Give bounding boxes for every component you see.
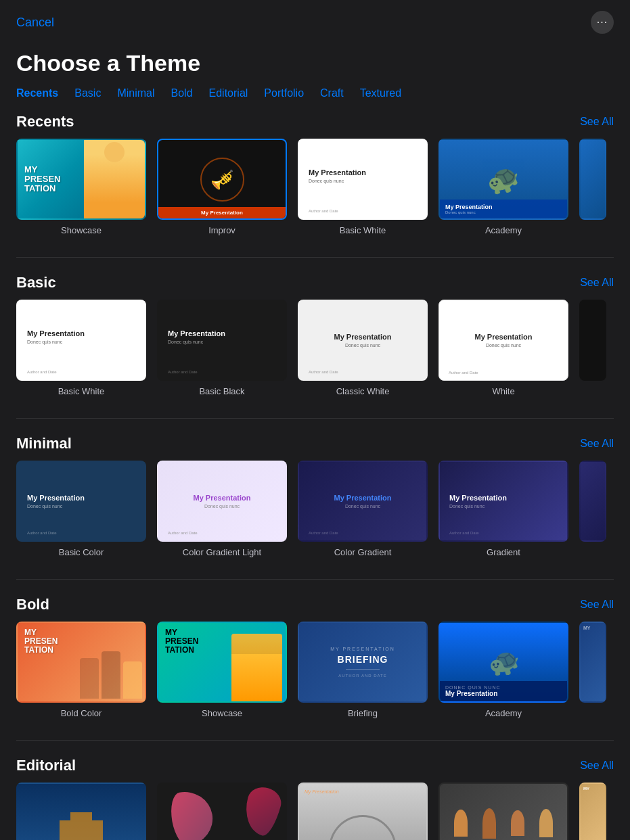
minimal-cards-row: My Presentation Donec quis nunc Author a… — [0, 461, 630, 557]
card-basic-white-recents-label: Basic White — [298, 225, 428, 235]
card-editorial-3[interactable]: My Presentation Lorem ipsum My Presentat… — [298, 783, 428, 840]
section-editorial-title: Editorial — [16, 757, 76, 774]
more-button[interactable]: ··· — [591, 11, 614, 34]
section-bold-header: Bold See All — [0, 596, 630, 622]
section-minimal: Minimal See All My Presentation Donec qu… — [0, 435, 630, 557]
basic-cards-row: My Presentation Donec quis nunc Author a… — [0, 300, 630, 396]
tab-textured[interactable]: Textured — [360, 87, 401, 99]
card-bold-color-label: Bold Color — [16, 708, 146, 718]
nav-tabs: Recents Basic Minimal Bold Editorial Por… — [0, 87, 630, 113]
card-classic-white-label: Classic White — [298, 386, 428, 396]
card-editorial-2[interactable]: My Presentation My Presentation — [157, 783, 287, 840]
card-partial-minimal[interactable] — [579, 461, 606, 557]
tab-basic[interactable]: Basic — [74, 87, 101, 99]
card-academy-bold[interactable]: 🐢 Donec quis nunc My Presentation Academ… — [438, 622, 568, 718]
card-showcase-bold-label: Showcase — [157, 708, 287, 718]
card-white[interactable]: My Presentation Donec quis nunc Author a… — [438, 300, 568, 396]
bold-cards-row: MYPRESENTATION Bold Color MYPRESENTATION… — [0, 622, 630, 718]
tab-craft[interactable]: Craft — [320, 87, 344, 99]
card-briefing-label: Briefing — [298, 708, 428, 718]
section-minimal-title: Minimal — [16, 435, 72, 452]
section-recents-header: Recents See All — [0, 113, 630, 139]
card-briefing[interactable]: MY PRESENTATION BRIEFING Author and Date… — [298, 622, 428, 718]
card-basic-color-label: Basic Color — [16, 547, 146, 557]
header: Cancel ··· — [0, 0, 630, 45]
card-partial-basic[interactable] — [579, 300, 606, 396]
card-showcase[interactable]: MYPRESENTATION Showcase — [16, 139, 146, 235]
card-basic-black-label: Basic Black — [157, 386, 287, 396]
bold-see-all-button[interactable]: See All — [580, 599, 614, 611]
divider-recents-basic — [16, 257, 614, 258]
tab-editorial[interactable]: Editorial — [209, 87, 248, 99]
tab-recents[interactable]: Recents — [16, 87, 58, 99]
card-partial-bold[interactable]: MY — [579, 622, 606, 718]
recents-cards-row: MYPRESENTATION Showcase 🎺 — [0, 139, 630, 235]
tab-portfolio[interactable]: Portfolio — [264, 87, 304, 99]
cancel-button[interactable]: Cancel — [16, 16, 54, 30]
tab-minimal[interactable]: Minimal — [117, 87, 154, 99]
section-bold: Bold See All MYPRESENTATION Bold Color M… — [0, 596, 630, 718]
card-showcase-label: Showcase — [16, 225, 146, 235]
page-title: Choose a Theme — [0, 45, 630, 87]
divider-minimal-bold — [16, 579, 614, 580]
section-bold-title: Bold — [16, 596, 49, 613]
section-recents: Recents See All MYPRESENTATION Showcase — [0, 113, 630, 235]
card-partial-editorial[interactable]: MY — [579, 783, 606, 840]
card-color-gradient-light[interactable]: My Presentation Donec quis nunc Author a… — [157, 461, 287, 557]
basic-see-all-button[interactable]: See All — [580, 277, 614, 289]
card-gradient-label: Gradient — [438, 547, 568, 557]
card-basic-black[interactable]: My Presentation Donec quis nunc Author a… — [157, 300, 287, 396]
card-showcase-bold[interactable]: MYPRESENTATION Showcase — [157, 622, 287, 718]
section-editorial: Editorial See All My Presentation Donec … — [0, 757, 630, 840]
card-color-gradient[interactable]: My Presentation Donec quis nunc Author a… — [298, 461, 428, 557]
card-editorial-1[interactable]: My Presentation Donec quis nunc My Prese… — [16, 783, 146, 840]
card-basic-white[interactable]: My Presentation Donec quis nunc Author a… — [16, 300, 146, 396]
divider-basic-minimal — [16, 418, 614, 419]
section-minimal-header: Minimal See All — [0, 435, 630, 461]
card-color-gradient-light-label: Color Gradient Light — [157, 547, 287, 557]
minimal-see-all-button[interactable]: See All — [580, 438, 614, 450]
card-academy-recents-label: Academy — [438, 225, 568, 235]
card-basic-white-recents[interactable]: My Presentation Donec quis nunc Author a… — [298, 139, 428, 235]
card-bold-color[interactable]: MYPRESENTATION Bold Color — [16, 622, 146, 718]
card-white-label: White — [438, 386, 568, 396]
card-basic-white-label: Basic White — [16, 386, 146, 396]
card-improv-label: Improv — [157, 225, 287, 235]
card-editorial-4[interactable]: My Presentation My Presentation — [438, 783, 568, 840]
card-classic-white[interactable]: My Presentation Donec quis nunc Author a… — [298, 300, 428, 396]
card-gradient[interactable]: My Presentation Donec quis nunc Author a… — [438, 461, 568, 557]
card-basic-color[interactable]: My Presentation Donec quis nunc Author a… — [16, 461, 146, 557]
editorial-cards-row: My Presentation Donec quis nunc My Prese… — [0, 783, 630, 840]
tab-bold[interactable]: Bold — [171, 87, 193, 99]
card-academy-recents[interactable]: 🐢 My Presentation Donec quis nunc Academ… — [438, 139, 568, 235]
section-basic-header: Basic See All — [0, 274, 630, 300]
card-color-gradient-label: Color Gradient — [298, 547, 428, 557]
section-editorial-header: Editorial See All — [0, 757, 630, 783]
card-improv[interactable]: 🎺 My Presentation Improv — [157, 139, 287, 235]
card-partial-recents[interactable] — [579, 139, 606, 235]
section-basic-title: Basic — [16, 274, 56, 291]
section-basic: Basic See All My Presentation Donec quis… — [0, 274, 630, 396]
divider-bold-editorial — [16, 740, 614, 741]
recents-see-all-button[interactable]: See All — [580, 116, 614, 128]
card-academy-bold-label: Academy — [438, 708, 568, 718]
editorial-see-all-button[interactable]: See All — [580, 760, 614, 772]
section-recents-title: Recents — [16, 113, 74, 131]
